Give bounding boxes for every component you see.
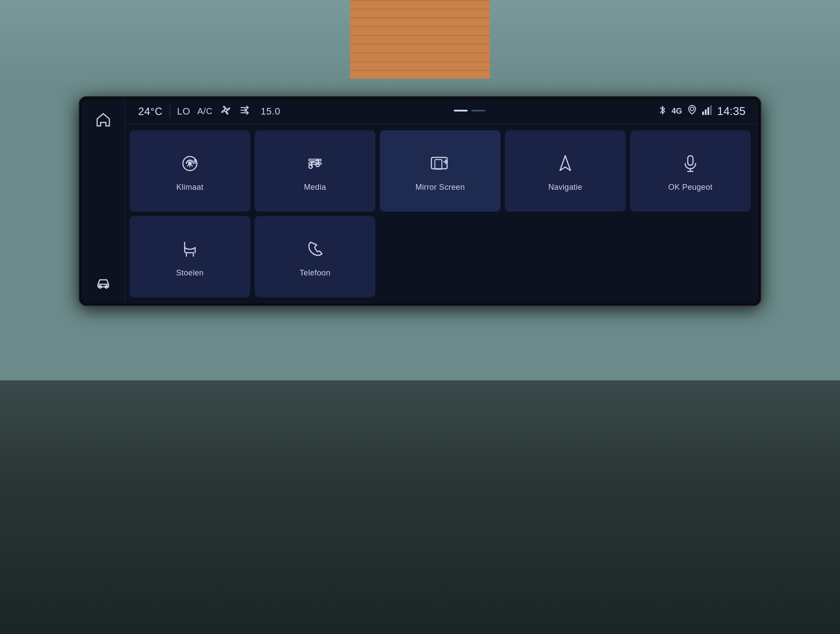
empty-tile-1 [380, 216, 500, 297]
telefoon-icon [302, 236, 328, 262]
telefoon-label: Telefoon [300, 268, 330, 278]
temperature-display: 24°C [138, 105, 163, 118]
klimaat-icon [177, 150, 203, 177]
mirror-screen-icon [427, 150, 453, 177]
page-dot-2 [471, 110, 485, 111]
svg-point-12 [309, 165, 312, 168]
svg-rect-14 [431, 157, 447, 169]
screen-wrapper: 24°C LO A/C [79, 96, 761, 306]
screen-bezel: 24°C LO A/C [79, 96, 761, 306]
empty-tile-2 [505, 216, 626, 297]
4g-icon: 4G [672, 107, 682, 116]
klimaat-label: Klimaat [176, 183, 203, 192]
page-dot-1 [454, 110, 468, 111]
svg-point-9 [189, 162, 191, 165]
status-bar: 24°C LO A/C [125, 99, 759, 124]
fan-speed-mode: LO [177, 106, 190, 117]
status-divider [170, 105, 170, 118]
dashboard-area [0, 380, 840, 634]
wooden-decoration [350, 0, 490, 79]
navigatie-tile[interactable]: Navigatie [505, 130, 626, 212]
mirror-screen-tile[interactable]: Mirror Screen [380, 130, 500, 212]
telefoon-tile[interactable]: Telefoon [255, 216, 375, 297]
ac-label: A/C [197, 106, 213, 116]
app-grid: Klimaat [125, 124, 759, 303]
stoelen-label: Stoelen [176, 268, 203, 278]
klimaat-tile[interactable]: Klimaat [130, 130, 250, 212]
home-button[interactable] [91, 108, 116, 132]
ok-peugeot-label: OK Peugeot [668, 183, 712, 192]
svg-rect-6 [707, 107, 709, 115]
ok-peugeot-tile[interactable]: OK Peugeot [630, 130, 751, 212]
screen-display: 24°C LO A/C [81, 99, 759, 303]
status-left: 24°C LO A/C [138, 104, 280, 119]
svg-rect-5 [705, 109, 707, 115]
empty-tile-3 [630, 216, 751, 297]
sidebar [81, 99, 125, 303]
mirror-screen-label: Mirror Screen [416, 183, 465, 192]
ok-peugeot-icon [677, 150, 704, 177]
car-button[interactable] [91, 270, 116, 295]
clock-display: 14:35 [717, 105, 746, 118]
bluetooth-icon [658, 105, 666, 118]
svg-rect-15 [435, 160, 442, 169]
air-direction-icon [239, 104, 254, 119]
signal-icon [702, 105, 712, 118]
page-indicators [280, 110, 658, 113]
fan-speed-value: 15.0 [261, 106, 280, 117]
media-tile[interactable]: Media [255, 130, 375, 212]
main-content: 24°C LO A/C [125, 99, 759, 303]
stoelen-icon [177, 236, 203, 262]
navigatie-icon [552, 150, 578, 177]
media-icon [302, 150, 328, 177]
stoelen-tile[interactable]: Stoelen [130, 216, 250, 297]
svg-point-3 [690, 107, 694, 111]
location-icon [687, 105, 697, 118]
svg-rect-16 [688, 156, 693, 165]
navigatie-label: Navigatie [548, 183, 582, 192]
status-right: 4G [658, 105, 746, 118]
fan-icon [220, 104, 232, 119]
svg-rect-7 [710, 105, 712, 115]
svg-rect-4 [702, 111, 704, 115]
media-label: Media [304, 183, 326, 192]
